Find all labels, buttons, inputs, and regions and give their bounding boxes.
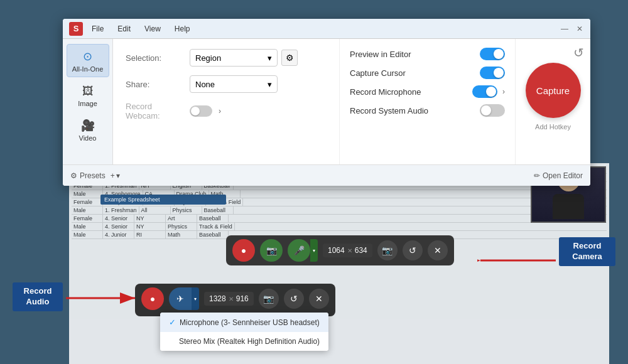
open-editor-button[interactable]: ✏ Open Editor [534,171,583,180]
center-panel: Selection: Region ▾ ⚙ Share: None [113,39,339,164]
toolbar1-screenshot-button[interactable]: 📷 [377,240,398,260]
app-logo: S [69,22,83,36]
record-camera-annotation: Record Camera [559,237,615,266]
toolbar1-mic-group: 🎤 ▾ [288,239,318,262]
toolbar2-record-button[interactable]: ● [141,287,164,310]
sidebar-item-all-in-one[interactable]: ⊙ All-In-One [67,44,109,77]
toolbar1-record-button[interactable]: ● [232,239,255,262]
toolbar1-mic-dropdown[interactable]: ▾ [310,239,318,262]
record-camera-line1: Record [573,241,602,250]
right-panel: Preview in Editor Capture Cursor R [339,39,515,164]
toolbar1-camera-group: 📷 [260,239,283,262]
toolbar1-refresh-icon: ↺ [409,245,416,255]
preview-editor-row: Preview in Editor [350,48,505,60]
dropdown-no-check: ✓ [169,337,175,346]
capture-cursor-row: Capture Cursor [350,67,505,79]
sidebar-label-all-in-one: All-In-One [72,65,104,73]
toolbar2-refresh-button[interactable]: ↺ [284,289,304,309]
toolbar1-mic-button[interactable]: 🎤 [288,239,310,262]
capture-cursor-controls [480,67,505,79]
toolbar2-cursor-dropdown[interactable]: ▾ [192,287,199,310]
toolbar1-x-separator: ✕ [347,247,352,254]
record-system-audio-toggle[interactable] [480,104,505,117]
toolbar1-height: 634 [355,246,367,255]
add-preset-button[interactable]: + ▾ [111,171,120,180]
window-controls: — ✕ [560,24,584,33]
spreadsheet-title: Example Spreadsheet [104,196,160,203]
add-dropdown-icon: ▾ [116,171,120,180]
presets-gear-icon: ⚙ [70,171,77,180]
toolbar2-screenshot-button[interactable]: 📷 [259,289,279,309]
toolbar1-camera-icon: 📷 [266,245,277,255]
toolbar2-camera-icon: 📷 [263,294,274,304]
menu-file[interactable]: File [89,23,106,35]
add-hotkey-button[interactable]: Add Hotkey [535,123,571,131]
toolbar2-close-button[interactable]: ✕ [309,289,329,309]
toolbar1-camera-button[interactable]: 📷 [260,239,283,262]
spreadsheet-row: Female4. SeniorNYArtBaseball [72,215,607,223]
image-icon: 🖼 [82,85,94,98]
sidebar-label-video: Video [79,134,97,142]
dropdown-item-label-1: Microphone (3- Sennheiser USB headset) [180,318,320,327]
record-webcam-toggle[interactable] [190,105,212,117]
selection-dropdown[interactable]: Region ▾ [190,49,278,67]
sidebar-item-video[interactable]: 🎥 Video [67,114,109,146]
menu-edit[interactable]: Edit [115,23,133,35]
toolbar2-height: 916 [236,294,249,303]
share-dropdown[interactable]: None ▾ [190,75,278,93]
main-content: ⊙ All-In-One 🖼 Image 🎥 Video Selection: … [63,39,590,164]
all-in-one-icon: ⊙ [83,50,92,63]
preview-editor-knob [494,49,504,59]
toolbar1-close-icon: ✕ [434,245,441,255]
toolbar1-size-display: 1064 ✕ 634 [323,244,372,257]
video-icon: 🎥 [81,119,95,132]
menu-help[interactable]: Help [172,23,193,35]
selection-label: Selection: [126,53,182,63]
menu-view[interactable]: View [142,23,163,35]
dropdown-item-sennheiser[interactable]: ✓ Microphone (3- Sennheiser USB headset) [160,313,328,332]
microphone-dropdown-menu: ✓ Microphone (3- Sennheiser USB headset)… [160,313,328,351]
record-audio-arrow [63,289,144,308]
share-value: None [195,80,215,89]
record-microphone-row: Record Microphone › [350,85,505,98]
sidebar-item-image[interactable]: 🖼 Image [67,80,109,111]
title-bar: S File Edit View Help — ✕ [63,19,590,39]
toolbar2-cursor-button[interactable]: ✈ [169,287,192,310]
toolbar-overlay-1: ● 📷 🎤 ▾ 1064 ✕ 634 📷 ↺ ✕ [226,235,454,265]
share-label: Share: [126,80,182,89]
selection-control: Region ▾ ⚙ [190,49,298,67]
record-webcam-label: Record Webcam: [126,102,182,120]
reset-button[interactable]: ↺ [573,45,584,60]
share-row: Share: None ▾ [126,75,327,93]
record-microphone-toggle[interactable] [472,85,497,98]
close-button[interactable]: ✕ [575,24,584,33]
toolbar1-record-icon: ● [241,245,246,255]
record-microphone-controls: › [472,85,505,98]
toolbar2-close-icon: ✕ [315,294,323,304]
selection-row: Selection: Region ▾ ⚙ [126,49,327,67]
toolbar2-row: ● ✈ ▾ 1328 ✕ 916 📷 ↺ ✕ [141,287,329,310]
presets-button[interactable]: ⚙ Presets [70,171,106,180]
minimize-button[interactable]: — [560,24,569,33]
capture-button[interactable]: Capture [526,63,581,118]
preview-editor-toggle[interactable] [480,48,505,60]
capture-cursor-toggle[interactable] [480,67,505,79]
sidebar: ⊙ All-In-One 🖼 Image 🎥 Video [63,39,113,164]
toolbar2-mic-group: ✈ ▾ [169,287,199,310]
toolbar2-refresh-icon: ↺ [290,294,298,304]
dropdown-item-stereo[interactable]: ✓ Stereo Mix (Realtek High Definition Au… [160,332,328,351]
selection-gear-button[interactable]: ⚙ [281,50,298,66]
menu-bar: File Edit View Help [89,23,560,35]
toolbar1-refresh-button[interactable]: ↺ [403,240,423,260]
record-webcam-chevron[interactable]: › [219,107,221,115]
sidebar-label-image: Image [78,100,97,107]
dropdown-check-icon: ✓ [169,318,176,327]
toolbar1-close-button[interactable]: ✕ [428,240,448,260]
selection-value: Region [195,53,221,63]
record-microphone-chevron[interactable]: › [502,87,505,96]
dropdown-item-label-2: Stereo Mix (Realtek High Definition Audi… [179,337,320,346]
app-window: S File Edit View Help — ✕ ⊙ All-In-One 🖼… [63,19,590,186]
open-editor-label: Open Editor [543,171,583,180]
record-audio-line1: Record [24,286,52,296]
preview-editor-label: Preview in Editor [350,50,411,59]
